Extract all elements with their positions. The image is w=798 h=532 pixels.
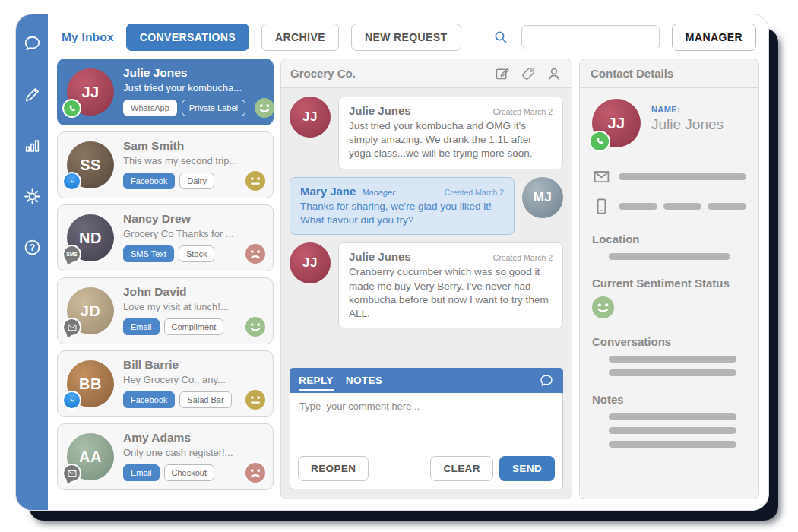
placeholder-bar [663,203,702,210]
contact-name: Amy Adams [123,431,265,445]
compose-icon[interactable] [23,85,42,104]
chat-icon[interactable] [23,34,42,53]
sentiment-happy-icon [245,317,265,337]
messenger-icon [62,172,81,191]
message-text: Thanks for sharing, we're glad you liked… [300,200,504,227]
placeholder-bar [609,253,730,260]
message-bubble: Julie Junes Created March 2 Just tried y… [338,97,563,169]
conversation-item-bill-barrie[interactable]: BB Bill Barrie Hey Grocery Co., any... F… [57,350,274,417]
sms-icon: SMS [62,245,81,264]
conversation-item-body: Sam Smith This was my second trip... Fac… [123,139,265,191]
badge-row: Email Compliment [123,317,265,337]
reopen-button[interactable]: REOPEN [298,456,369,481]
analytics-icon[interactable] [23,136,42,155]
send-button[interactable]: SEND [499,456,555,481]
tag-badge: Compliment [164,318,224,335]
comment-input[interactable] [290,393,562,446]
message-preview: Hey Grocery Co., any... [123,374,265,385]
mobile-icon [592,197,611,216]
conversation-item-body: Amy Adams Only one cash register!... Ema… [123,431,265,483]
email-icon [62,464,81,483]
top-bar: My Inbox CONVERSATIONS ARCHIVE NEW REQUE… [57,24,759,59]
name-label: NAME: [651,105,724,114]
search-input[interactable] [521,25,660,49]
envelope-icon [592,167,611,186]
messenger-icon [62,391,81,410]
sentiment-sad-icon [245,244,265,264]
conversations-label: Conversations [592,335,746,348]
badge-row: SMS Text Stock [123,244,265,264]
tag-badge: Dairy [179,173,214,189]
message-author: Mary Jane [300,185,356,198]
contact-name: John David [123,285,265,299]
sentiment-sad-icon [245,463,265,483]
message-agent: Mary Jane Manager Created March 2 Thanks… [290,177,563,235]
conversation-list: JJ Julie Jones Just tried your kombucha.… [57,59,274,499]
message-preview: Just tried your kombucha... [123,82,265,93]
conversation-item-john-david[interactable]: JD John David Love my visit at lunch!...… [57,277,274,344]
manager-button[interactable]: MANAGER [672,24,756,51]
reply-body: REOPEN CLEAR SEND [290,393,563,489]
settings-icon[interactable] [23,187,42,206]
tag-badge: Stock [179,245,215,262]
contact-name: Julie Jones [123,66,265,80]
tag-badge: Checkout [164,464,214,481]
message-timestamp: Created March 2 [493,253,553,262]
content-area: My Inbox CONVERSATIONS ARCHIVE NEW REQUE… [48,14,768,510]
nav-rail [16,14,48,510]
conversations-tab[interactable]: CONVERSATIONS [126,24,249,51]
avatar-wrap: JJ [592,99,641,147]
conversation-item-julie-jones[interactable]: JJ Julie Jones Just tried your kombucha.… [57,59,274,125]
panels: JJ Julie Jones Just tried your kombucha.… [57,59,759,499]
tab-reply[interactable]: REPLY [299,370,334,391]
contact-name: Nancy Drew [123,212,265,226]
archive-tab[interactable]: ARCHIVE [261,24,339,51]
badge-row: Facebook Salad Bar [123,390,265,410]
new-request-tab[interactable]: NEW REQUEST [351,24,461,51]
message-customer: JJ Julie Junes Created March 2 Cranberry… [290,242,563,328]
avatar-wrap: BB [67,360,114,407]
tag-icon[interactable] [520,65,537,82]
conversations-bars [592,356,746,376]
sentiment-neutral-icon [245,171,265,191]
sentiment-neutral-icon [245,390,265,410]
contact-details-title: Contact Details [591,67,673,80]
sentiment-happy-icon [592,296,614,318]
contact-details-panel: Contact Details JJ NAME: Julie Jones [579,59,759,499]
conversation-item-nancy-drew[interactable]: ND SMS Nancy Drew Grocery Co Thanks for … [57,204,274,271]
channel-badge: Email [123,318,160,335]
message-preview: Love my visit at lunch!... [123,301,265,312]
clear-button[interactable]: CLEAR [430,456,493,481]
reply-header: REPLY NOTES [290,368,563,393]
message-preview: Only one cash register!... [123,447,265,458]
search-icon[interactable] [492,29,509,46]
compose-message-icon[interactable] [494,65,511,82]
contact-name: Julie Jones [651,116,724,133]
tab-notes[interactable]: NOTES [346,370,383,391]
location-bars [592,253,746,260]
badge-row: Email Checkout [123,463,265,483]
channel-badge: Facebook [123,391,175,408]
placeholder-bar [619,173,746,180]
inbox-label: My Inbox [62,30,114,44]
conversation-item-body: Julie Jones Just tried your kombucha... … [123,66,265,118]
app-window: My Inbox CONVERSATIONS ARCHIVE NEW REQUE… [15,14,769,511]
app-stage: My Inbox CONVERSATIONS ARCHIVE NEW REQUE… [0,0,798,532]
message-list: JJ Julie Junes Created March 2 Just trie… [281,88,572,360]
conversation-item-sam-smith[interactable]: SS Sam Smith This was my second trip... … [57,131,274,198]
chat-bubble-icon[interactable] [539,373,554,388]
conversation-item-amy-adams[interactable]: AA Amy Adams Only one cash register!... … [57,423,274,490]
avatar: JJ [290,97,331,138]
avatar: MJ [522,177,563,218]
assign-person-icon[interactable] [546,65,562,82]
help-icon[interactable] [23,238,42,257]
tag-badge: Salad Bar [179,391,231,408]
whatsapp-icon [589,131,610,152]
contact-name: Bill Barrie [123,358,265,372]
channel-badge: SMS Text [123,245,174,262]
contact-name: Sam Smith [123,139,265,153]
contact-details-body: JJ NAME: Julie Jones [580,88,758,458]
placeholder-bar [609,441,736,448]
conversation-item-body: John David Love my visit at lunch!... Em… [123,285,265,337]
message-author: Julie Junes [349,104,411,117]
